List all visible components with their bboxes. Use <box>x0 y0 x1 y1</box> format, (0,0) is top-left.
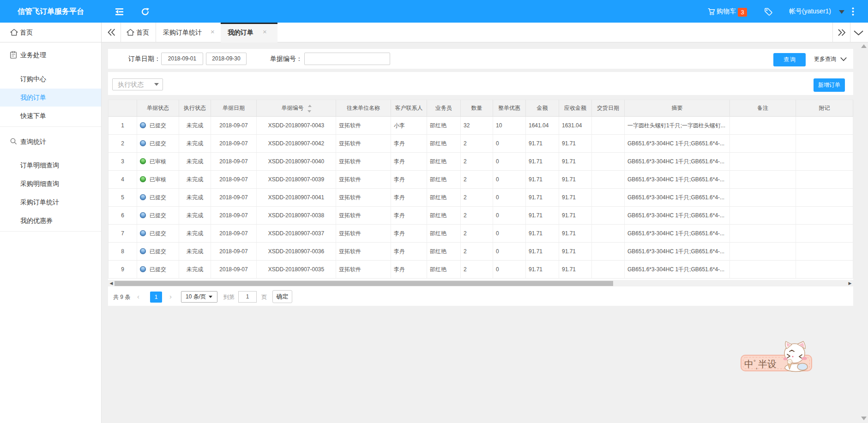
svg-text:中°,半设: 中°,半设 <box>744 359 777 370</box>
